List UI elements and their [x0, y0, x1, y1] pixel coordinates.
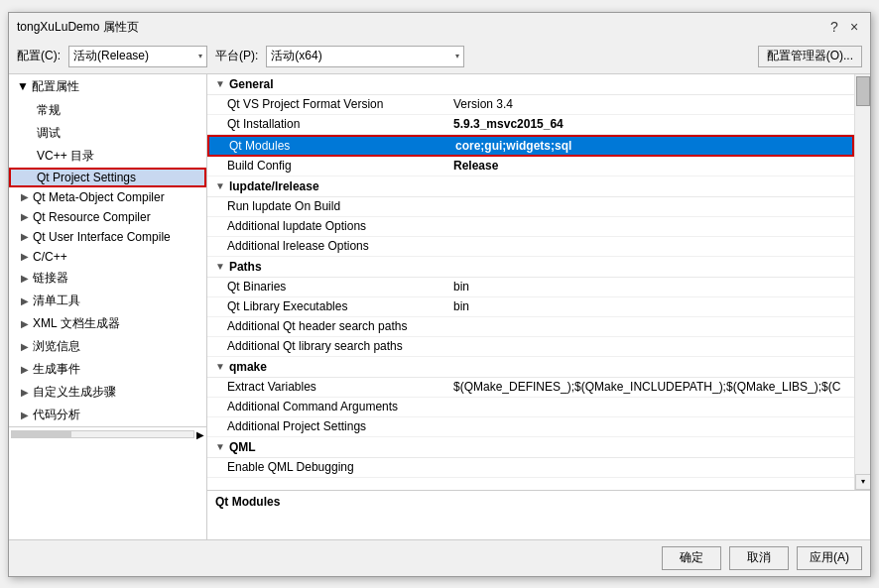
prop-name-qt-install: Qt Installation	[207, 115, 445, 133]
sidebar-item-qt-project[interactable]: Qt Project Settings	[9, 168, 206, 187]
config-manager-button[interactable]: 配置管理器(O)...	[758, 46, 862, 67]
apply-button[interactable]: 应用(A)	[797, 546, 862, 570]
config-bar: 配置(C): 活动(Release) ▾ 平台(P): 活动(x64) ▾ 配置…	[9, 40, 870, 73]
config-dropdown[interactable]: 活动(Release) ▾	[68, 46, 207, 67]
sidebar-item-qt-resource[interactable]: ▶Qt Resource Compiler	[9, 207, 206, 227]
description-bar: Qt Modules	[207, 490, 870, 539]
help-button[interactable]: ?	[826, 19, 842, 35]
section-qmake-label: qmake	[229, 360, 267, 374]
arrow-icon: ▶	[21, 318, 29, 329]
sidebar-item-xml[interactable]: ▶XML 文档生成器	[9, 312, 206, 335]
section-qml[interactable]: ▼ QML	[207, 437, 854, 458]
config-value: 活动(Release)	[73, 48, 149, 64]
scrollbar-thumb	[856, 76, 870, 106]
prop-name-qml-debug: Enable QML Debugging	[207, 458, 445, 476]
prop-row-build-config: Build Config Release	[207, 157, 854, 176]
sidebar-item-custom-build[interactable]: ▶自定义生成步骤	[9, 381, 206, 404]
sidebar-scroll-thumb	[12, 431, 71, 437]
section-qml-label: QML	[229, 440, 256, 454]
prop-name-qt-header-paths: Additional Qt header search paths	[207, 317, 445, 335]
prop-name-additional-lupdate: Additional lupdate Options	[207, 217, 445, 235]
prop-row-additional-lupdate: Additional lupdate Options	[207, 217, 854, 237]
prop-value-qt-header-paths	[445, 324, 854, 328]
properties-dialog: tongXuLuDemo 属性页 ? × 配置(C): 活动(Release) …	[8, 12, 871, 577]
prop-name-qt-version: Qt VS Project Format Version	[207, 95, 445, 113]
prop-name-additional-proj: Additional Project Settings	[207, 417, 445, 435]
prop-name-qt-lib-exec: Qt Library Executables	[207, 297, 445, 315]
title-bar: tongXuLuDemo 属性页 ? ×	[9, 13, 870, 40]
prop-name-build-config: Build Config	[207, 157, 445, 175]
prop-value-qt-lib-paths	[445, 344, 854, 348]
section-toggle-qmake[interactable]: ▼	[215, 361, 225, 372]
section-general-label: General	[229, 77, 274, 91]
main-content: ▼ 配置属性 常规 调试 VC++ 目录 Qt Project Settings…	[9, 73, 870, 539]
scrollbar-btn-down[interactable]: ▾	[855, 474, 870, 490]
prop-row-qt-lib-exec: Qt Library Executables bin	[207, 297, 854, 317]
title-buttons: ? ×	[826, 19, 862, 35]
sidebar-item-cpp[interactable]: ▶C/C++	[9, 247, 206, 267]
prop-value-qt-version: Version 3.4	[445, 95, 854, 113]
prop-value-qt-install: 5.9.3_msvc2015_64	[445, 115, 854, 133]
sidebar-scrollbar[interactable]: ▶	[9, 426, 206, 442]
prop-row-run-lupdate: Run lupdate On Build	[207, 197, 854, 217]
prop-name-qt-binaries: Qt Binaries	[207, 278, 445, 295]
section-general[interactable]: ▼ General	[207, 74, 854, 95]
arrow-icon: ▶	[21, 364, 29, 375]
config-label: 配置(C):	[17, 48, 61, 64]
sidebar-item-qt-ui[interactable]: ▶Qt User Interface Compile	[9, 227, 206, 247]
section-toggle-paths[interactable]: ▼	[215, 261, 225, 272]
prop-value-qt-modules: core;gui;widgets;sql	[447, 137, 852, 155]
prop-value-additional-lrelease	[445, 244, 854, 248]
sidebar-item-general[interactable]: 常规	[9, 99, 206, 122]
sidebar-item-manifest[interactable]: ▶清单工具	[9, 290, 206, 312]
prop-value-additional-proj	[445, 424, 854, 428]
section-paths-label: Paths	[229, 260, 262, 274]
arrow-icon: ▶	[21, 295, 29, 306]
section-toggle-qml[interactable]: ▼	[215, 441, 225, 452]
arrow-icon: ▶	[21, 211, 29, 222]
platform-label: 平台(P):	[215, 48, 258, 64]
arrow-icon: ▶	[21, 273, 29, 284]
close-button[interactable]: ×	[846, 19, 862, 35]
sidebar-item-qt-meta[interactable]: ▶Qt Meta-Object Compiler	[9, 187, 206, 207]
section-paths[interactable]: ▼ Paths	[207, 257, 854, 278]
section-qmake[interactable]: ▼ qmake	[207, 357, 854, 378]
prop-value-qt-binaries: bin	[445, 278, 854, 295]
prop-row-additional-cmd: Additional Command Arguments	[207, 398, 854, 417]
sidebar-item-debug[interactable]: 调试	[9, 122, 206, 145]
sidebar-item-linker[interactable]: ▶链接器	[9, 267, 206, 290]
prop-value-additional-lupdate	[445, 224, 854, 228]
section-toggle-general[interactable]: ▼	[215, 78, 225, 89]
detail-panel: ▼ General Qt VS Project Format Version V…	[207, 74, 870, 539]
section-lupdate[interactable]: ▼ lupdate/lrelease	[207, 176, 854, 197]
sidebar-scroll-right[interactable]: ▶	[196, 429, 204, 440]
sidebar-scroll-track	[11, 430, 194, 438]
prop-value-extract-vars: $(QMake_DEFINES_);$(QMake_INCLUDEPATH_);…	[445, 378, 854, 396]
prop-row-qt-lib-paths: Additional Qt library search paths	[207, 337, 854, 357]
prop-row-qt-version: Qt VS Project Format Version Version 3.4	[207, 95, 854, 115]
cancel-button[interactable]: 取消	[729, 546, 789, 570]
sidebar-item-browse[interactable]: ▶浏览信息	[9, 335, 206, 358]
prop-name-qt-modules: Qt Modules	[209, 137, 447, 155]
ok-button[interactable]: 确定	[662, 546, 721, 570]
prop-row-qt-modules[interactable]: Qt Modules core;gui;widgets;sql	[207, 135, 854, 157]
arrow-icon: ▶	[21, 341, 29, 352]
prop-value-build-config: Release	[445, 157, 854, 175]
prop-row-qt-install: Qt Installation 5.9.3_msvc2015_64	[207, 115, 854, 135]
bottom-bar: 确定 取消 应用(A)	[9, 539, 870, 576]
section-toggle-lupdate[interactable]: ▼	[215, 180, 225, 191]
prop-row-extract-vars: Extract Variables $(QMake_DEFINES_);$(QM…	[207, 378, 854, 398]
sidebar-item-vcpp[interactable]: VC++ 目录	[9, 145, 206, 168]
section-lupdate-label: lupdate/lrelease	[229, 179, 319, 193]
prop-name-additional-lrelease: Additional lrelease Options	[207, 237, 445, 255]
detail-scrollbar[interactable]: ▾	[854, 74, 870, 490]
prop-name-run-lupdate: Run lupdate On Build	[207, 197, 445, 215]
sidebar-header: ▼ 配置属性	[9, 74, 206, 99]
arrow-icon: ▶	[21, 231, 29, 242]
platform-dropdown[interactable]: 活动(x64) ▾	[266, 46, 464, 67]
sidebar-item-build-events[interactable]: ▶生成事件	[9, 358, 206, 381]
prop-value-qml-debug	[445, 465, 854, 469]
prop-value-run-lupdate	[445, 204, 854, 208]
sidebar-item-code-analysis[interactable]: ▶代码分析	[9, 404, 206, 426]
property-table: ▼ General Qt VS Project Format Version V…	[207, 74, 854, 490]
